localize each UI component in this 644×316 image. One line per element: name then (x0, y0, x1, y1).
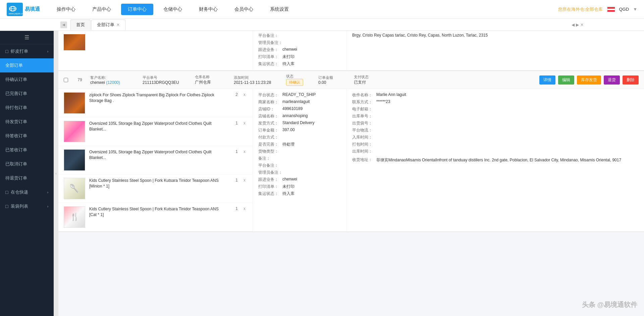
platform-note-label: 平台备注： (258, 163, 282, 168)
prev-detail-left: 平台备注： 管理员备注： 跟进业务： chenwei (253, 31, 347, 70)
sidebar-item-pending[interactable]: 待确认订单 (0, 72, 54, 87)
sidebar-item-complete[interactable]: 已完善订单 (0, 87, 54, 101)
order-amount-79: 订单金额 0.00 (318, 75, 348, 85)
warehouse-val-79: 广州仓库 (195, 80, 228, 85)
order-customer-79: 客户名称: chenwei (12000) (90, 75, 137, 85)
sidebar-item-signed[interactable]: 已签收订单 (0, 143, 54, 157)
product-img-4: 🥄 (64, 178, 85, 199)
sidebar-item-xiapi[interactable]: □ 虾皮打单 › (0, 44, 54, 58)
btn-edit-79[interactable]: 编辑 (558, 75, 574, 85)
btn-return-79[interactable]: 退货 (604, 75, 620, 85)
product-info-1: ziplock For Shoes Ziplock Transparent Bi… (89, 92, 224, 104)
is-complete-value: 待处理 (282, 142, 341, 147)
prev-order-section: 平台备注： 管理员备注： 跟进业务： chenwei (58, 31, 644, 71)
product-qty-3: 1 (228, 149, 238, 154)
outbound-time-label: 出库时间： (352, 149, 376, 154)
product-item-3: Oversized 105L Storage Bag Zipper Waterp… (58, 146, 253, 174)
nav-operations[interactable]: 操作中心 (50, 4, 82, 15)
xiapi-icon: □ (5, 49, 8, 54)
sidebar-item-signing[interactable]: 待签收订单 (0, 129, 54, 143)
amount-val-79: 0.00 (318, 80, 348, 85)
tab-home-label: 首页 (76, 22, 85, 28)
user-text: QGD (619, 7, 629, 12)
nav-products[interactable]: 产品中心 (86, 4, 118, 15)
nav-right: 您所在海外仓:全部仓库 QGD ▼ (558, 6, 637, 12)
outbound-bag-value (376, 120, 639, 126)
print-list-label: 打印清单： (258, 184, 282, 190)
prev-follow-label: 跟进业务： (258, 47, 282, 53)
logo[interactable]: www.yejoin.com 易填通 (7, 3, 40, 16)
follow-value: chenwei (282, 177, 341, 182)
customer-id-val-79[interactable]: 12000 (107, 80, 118, 85)
shipping-label: 发货方式： (258, 120, 282, 126)
btn-detail-79[interactable]: 详情 (539, 75, 555, 85)
detail-panel-79: 平台状态： READY_TO_SHIP 商家名称： marlieannlagui… (253, 89, 644, 231)
tab-close-icon[interactable]: ✕ (116, 22, 120, 27)
btn-delete-79[interactable]: 删除 (623, 75, 639, 85)
manager-note-label: 管理员备注： (258, 170, 282, 175)
product-item-4: 🥄 Kids Cutlery Stainless Steel Spoon | F… (58, 174, 253, 203)
prev-platform-note-label: 平台备注： (258, 33, 282, 39)
panel-collapse-btn[interactable]: ‹ (54, 31, 58, 316)
sidebar-item-returning-label: 待退货订单 (5, 175, 27, 181)
product-img-2 (64, 121, 85, 142)
prev-manager-note-label: 管理员备注： (258, 40, 282, 46)
outbound-num-label: 出库单号： (352, 113, 376, 119)
sidebar-item-express[interactable]: □ 在仓快递 › (0, 185, 54, 199)
recipient-name-value: Marlie Ann laguit (376, 92, 639, 98)
prev-platform-note-value (282, 33, 341, 39)
product-info-2: Oversized 105L Storage Bag Zipper Waterp… (89, 121, 224, 132)
sidebar-item-packing[interactable]: 待打包订单 (0, 101, 54, 115)
store-id-value: 499610189 (282, 106, 341, 112)
sidebar-item-shipping[interactable]: 待发货订单 (0, 115, 54, 129)
status-badge-79: 待确认 (286, 79, 303, 86)
sidebar-toggle[interactable]: ☰ (0, 31, 54, 44)
product-item-5: 🍴 Kids Cutlery Stainless Steel Spoon | F… (58, 203, 253, 231)
product-name-3: Oversized 105L Storage Bag Zipper Waterp… (89, 149, 224, 161)
nav-settings[interactable]: 系统设置 (263, 4, 296, 15)
tab-nav-next[interactable]: ▶ (576, 22, 579, 27)
sidebar-item-allorders[interactable]: 全部订单 (0, 58, 54, 72)
product-qty-5: 1 (228, 206, 238, 211)
product-item-1: ziplock For Shoes Ziplock Transparent Bi… (58, 89, 253, 117)
dropdown-icon[interactable]: ▼ (633, 7, 637, 12)
prev-print-label: 打印清单： (258, 54, 282, 60)
sidebar-item-xiapi-label: 虾皮打单 (11, 48, 28, 54)
outbound-num-value (376, 113, 639, 119)
nav-finance[interactable]: 财务中心 (192, 4, 224, 15)
order-checkbox-79[interactable] (64, 78, 68, 82)
svg-text:www.yejoin.com: www.yejoin.com (8, 12, 23, 15)
nav-members[interactable]: 会员中心 (228, 4, 260, 15)
prev-collect-value: 待入库 (282, 61, 341, 67)
product-x-1: x (242, 92, 247, 97)
product-x-3: x (242, 149, 247, 154)
product-name-5: Kids Cutlery Stainless Steel Spoon | For… (89, 206, 224, 218)
platform-note-value (282, 163, 341, 168)
order-section-79: 79 客户名称: chenwei (12000) 平台单号 211113DRGQ… (58, 71, 644, 232)
product-img-3 (64, 149, 85, 171)
sidebar-collapse-btn[interactable]: ◀ (60, 21, 67, 28)
order-status-79: 状态 待确认 (286, 74, 313, 86)
order-actions-79: 详情 编辑 库存发货 退货 删除 (389, 75, 639, 85)
sidebar-item-signed-label: 已签收订单 (5, 147, 27, 153)
prev-follow-value: chenwei (282, 47, 341, 53)
nav-orders[interactable]: 订单中心 (121, 4, 153, 15)
email-label: 电子邮箱： (352, 106, 376, 112)
top-navigation: www.yejoin.com 易填通 操作中心 产品中心 订单中心 仓储中心 财… (0, 0, 644, 19)
order-row-79: 79 客户名称: chenwei (12000) 平台单号 211113DRGQ… (58, 71, 644, 89)
follow-label: 跟进业务： (258, 177, 282, 182)
btn-stock-79[interactable]: 库存发货 (577, 75, 601, 85)
sidebar-item-cancelled[interactable]: 已取消订单 (0, 157, 54, 171)
sidebar-item-returning[interactable]: 待退货订单 (0, 171, 54, 185)
payment-method-value (282, 135, 341, 140)
tab-nav-prev[interactable]: ◀ (572, 22, 575, 27)
goods-type-value (282, 149, 341, 154)
tab-menu[interactable]: ✕ (580, 22, 584, 27)
baglist-chevron: › (47, 205, 48, 208)
order-amount-label: 订单金额： (258, 127, 282, 133)
nav-warehouse[interactable]: 仓储中心 (157, 4, 189, 15)
tab-home[interactable]: 首页 (70, 19, 91, 30)
tab-all-orders[interactable]: 全部订单 ✕ (91, 19, 125, 30)
sidebar-item-baglist[interactable]: □ 装袋列表 › (0, 199, 54, 213)
product-x-4: x (242, 178, 247, 182)
